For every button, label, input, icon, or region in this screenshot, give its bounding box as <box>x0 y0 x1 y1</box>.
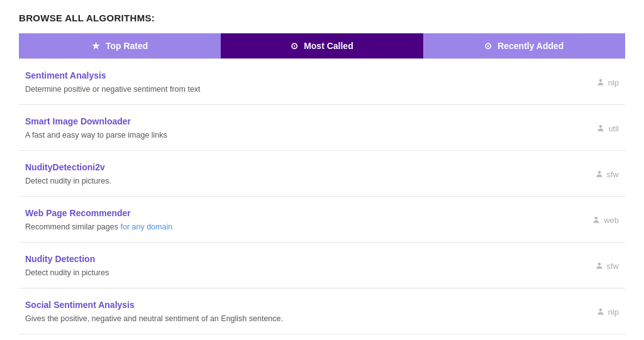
svg-point-0 <box>599 79 602 82</box>
person-icon <box>594 261 604 271</box>
person-icon <box>596 77 606 87</box>
tag-label: util <box>608 124 619 133</box>
algorithm-desc: Recommend similar pages for any domain <box>25 222 172 231</box>
svg-point-2 <box>597 171 601 174</box>
tab-recently-added-label: Recently Added <box>497 41 564 51</box>
table-row: Social Sentiment Analysis Gives the posi… <box>19 288 625 334</box>
svg-point-3 <box>595 217 598 220</box>
algorithm-tag: sfw <box>581 261 619 271</box>
tag-label: nlp <box>608 78 619 87</box>
tag-label: sfw <box>607 261 619 271</box>
algorithm-desc: Determine positive or negative sentiment… <box>25 85 201 94</box>
algorithm-desc: A fast and easy way to parse image links <box>25 131 167 140</box>
desc-link[interactable]: for any domain <box>120 222 172 231</box>
tag-label: sfw <box>607 170 619 179</box>
tab-recently-added[interactable]: ⊙ Recently Added <box>423 33 625 58</box>
person-icon <box>596 307 606 317</box>
algorithm-info: Nudity Detection Detect nudity in pictur… <box>25 254 581 278</box>
algorithm-name[interactable]: Social Sentiment Analysis <box>25 300 581 310</box>
algorithm-desc: Detect nudity in pictures <box>25 268 109 277</box>
tab-most-called[interactable]: ⊙ Most Called <box>221 33 423 58</box>
clock-icon-most-called: ⊙ <box>291 41 298 51</box>
star-icon: ★ <box>92 41 100 51</box>
person-icon <box>594 169 604 179</box>
table-row: Smart Image Downloader A fast and easy w… <box>19 105 625 151</box>
algorithm-info: Social Sentiment Analysis Gives the posi… <box>25 300 581 324</box>
table-row: Sentiment Analysis Determine positive or… <box>19 59 625 105</box>
algorithm-name[interactable]: NudityDetectioni2v <box>25 162 581 172</box>
svg-point-1 <box>599 125 602 128</box>
algorithm-name[interactable]: Web Page Recommender <box>25 208 581 218</box>
algorithm-desc: Detect nudity in pictures. <box>25 177 111 185</box>
tab-most-called-label: Most Called <box>304 41 353 51</box>
algorithm-list: Sentiment Analysis Determine positive or… <box>19 58 625 334</box>
algorithm-desc: Gives the positive, negative and neutral… <box>25 314 283 323</box>
algorithm-info: Smart Image Downloader A fast and easy w… <box>25 116 581 140</box>
tabs-container: ★ Top Rated ⊙ Most Called ⊙ Recently Add… <box>19 33 625 58</box>
tab-top-rated-label: Top Rated <box>106 41 148 51</box>
tab-top-rated[interactable]: ★ Top Rated <box>19 33 221 58</box>
person-icon <box>591 215 601 225</box>
page-title: BROWSE ALL ALGORITHMS: <box>19 13 625 23</box>
tag-label: web <box>604 216 619 225</box>
svg-point-5 <box>599 309 602 312</box>
algorithm-tag: util <box>581 123 619 133</box>
algorithm-tag: nlp <box>581 307 619 317</box>
tag-label: nlp <box>608 307 619 317</box>
algorithm-tag: web <box>581 215 619 225</box>
algorithm-name[interactable]: Smart Image Downloader <box>25 116 581 126</box>
svg-point-4 <box>597 263 601 266</box>
algorithm-info: Web Page Recommender Recommend similar p… <box>25 208 581 232</box>
table-row: NudityDetectioni2v Detect nudity in pict… <box>19 151 625 197</box>
table-row: Nudity Detection Detect nudity in pictur… <box>19 243 625 288</box>
algorithm-name[interactable]: Nudity Detection <box>25 254 581 264</box>
algorithm-info: NudityDetectioni2v Detect nudity in pict… <box>25 162 581 186</box>
table-row: Web Page Recommender Recommend similar p… <box>19 197 625 243</box>
algorithm-info: Sentiment Analysis Determine positive or… <box>25 70 581 94</box>
algorithm-tag: sfw <box>581 169 619 179</box>
clock-icon-recently-added: ⊙ <box>484 41 492 51</box>
algorithm-tag: nlp <box>581 77 619 87</box>
person-icon <box>596 123 606 133</box>
algorithm-name[interactable]: Sentiment Analysis <box>25 70 581 80</box>
